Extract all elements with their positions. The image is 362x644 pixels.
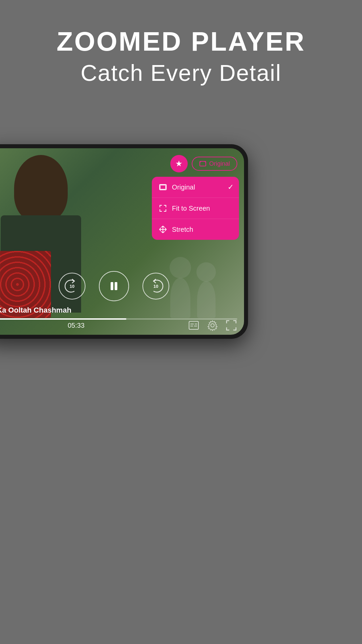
sub-title: Catch Every Detail [0, 60, 362, 86]
top-right-controls: ★ Original [170, 155, 237, 172]
stretch-label: Stretch [172, 226, 193, 233]
subtitles-button[interactable] [188, 319, 200, 331]
playback-controls: 10 10 [0, 271, 244, 301]
aspect-ratio-dropdown: Original ✓ Fit to [152, 177, 239, 240]
favorite-button[interactable]: ★ [170, 155, 188, 172]
svg-rect-6 [111, 282, 113, 290]
phone-screen: g a Ka Ooltah Chashmah 05:33 [0, 148, 244, 335]
svg-rect-7 [115, 282, 117, 290]
svg-point-5 [211, 324, 214, 327]
check-icon: ✓ [228, 183, 234, 192]
pause-button[interactable] [99, 271, 129, 301]
phone-body: g a Ka Ooltah Chashmah 05:33 [0, 144, 248, 339]
dropdown-item-fit[interactable]: Fit to Screen [152, 198, 239, 219]
phone-container: g a Ka Ooltah Chashmah 05:33 [0, 144, 255, 339]
svg-rect-0 [189, 321, 198, 329]
subtitle-bar: g a Ka Ooltah Chashmah [0, 299, 244, 315]
skip-back-button[interactable]: 10 [59, 273, 85, 300]
dropdown-item-stretch[interactable]: Stretch [152, 219, 239, 240]
bottom-controls: 05:33 [0, 319, 237, 331]
skip-forward-label: 10 [154, 284, 158, 289]
skip-back-label: 10 [70, 284, 74, 289]
original-label: Original [172, 183, 195, 191]
aspect-label: Original [209, 160, 230, 167]
svg-rect-12 [160, 185, 166, 189]
skip-forward-button[interactable]: 10 [142, 273, 169, 300]
show-full-name: a Ka Ooltah Chashmah [0, 306, 237, 315]
settings-button[interactable] [206, 319, 219, 331]
fullscreen-button[interactable] [225, 319, 237, 331]
page-background: ZOOMED PLAYER Catch Every Detail [0, 0, 362, 644]
main-title: ZOOMED PLAYER [0, 27, 362, 56]
face [14, 155, 68, 222]
dropdown-item-original[interactable]: Original ✓ [152, 177, 239, 198]
stretch-icon [159, 225, 167, 234]
aspect-ratio-button[interactable]: Original [192, 157, 237, 171]
star-icon: ★ [175, 159, 183, 168]
original-icon [159, 183, 167, 192]
time-display: 05:33 [68, 322, 84, 329]
header-section: ZOOMED PLAYER Catch Every Detail [0, 0, 362, 99]
fit-label: Fit to Screen [172, 205, 210, 212]
fit-icon [159, 204, 167, 213]
